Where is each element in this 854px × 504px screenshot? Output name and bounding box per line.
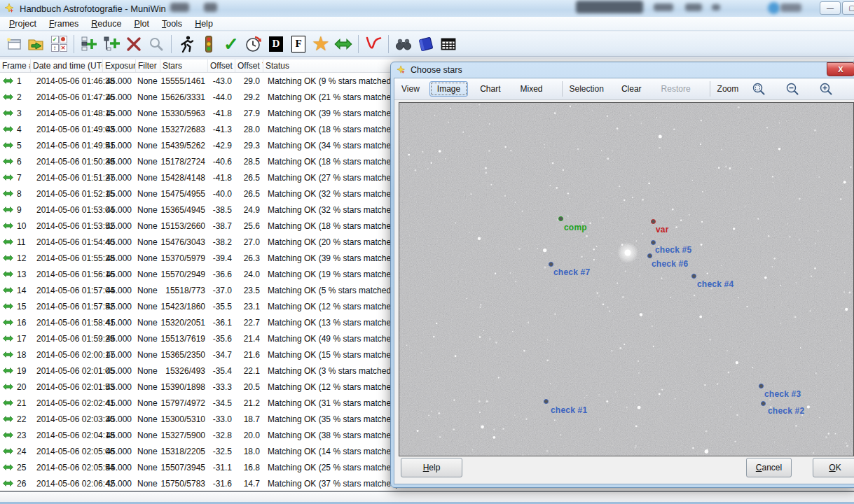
star-marker[interactable] <box>544 399 549 404</box>
light-curve-icon[interactable] <box>362 34 385 55</box>
cell-exp: 45.000 <box>103 366 136 376</box>
cell-exp: 45.000 <box>103 479 136 489</box>
cell-exp: 45.000 <box>103 398 136 408</box>
find-frame-icon[interactable] <box>145 34 167 55</box>
cell-filter: None <box>136 221 160 231</box>
maximize-button[interactable]: ▢ <box>842 1 854 15</box>
menu-item-help[interactable]: Help <box>188 18 219 30</box>
menu-item-reduce[interactable]: Reduce <box>85 18 128 30</box>
cell-filter: None <box>136 173 160 183</box>
cell-frame: 23 <box>0 430 31 440</box>
cell-oy: 22.1 <box>235 366 263 376</box>
view-chart-button[interactable]: Chart <box>472 81 508 97</box>
cell-date: 2014-05-06 01:58:41 <box>31 318 103 328</box>
menu-item-project[interactable]: Project <box>3 18 43 30</box>
star-field-image[interactable]: compvarcheck #5check #6check #7check #4c… <box>399 102 854 456</box>
view-image-button[interactable]: Image <box>429 81 468 97</box>
cell-oy: 23.5 <box>235 286 263 295</box>
cell-frame: 14 <box>0 286 31 295</box>
cell-date: 2014-05-06 01:49:51 <box>31 141 103 150</box>
star-marker[interactable] <box>549 262 553 267</box>
cell-frame: 13 <box>0 270 31 279</box>
manual-icon[interactable] <box>415 34 437 55</box>
project-settings-icon[interactable]: ✓ ↕ ✕ <box>48 34 70 55</box>
censored-region <box>780 4 801 12</box>
table-icon[interactable] <box>437 34 460 55</box>
cell-stars: 15365/2350 <box>160 350 208 360</box>
cell-exp: 45.000 <box>103 205 136 215</box>
menu-item-frames[interactable]: Frames <box>43 18 85 30</box>
cell-oy: 14.7 <box>235 479 263 489</box>
column-header[interactable]: Filter <box>136 59 160 72</box>
column-header[interactable]: Date and time (UTC) <box>31 59 103 72</box>
star-label-check-6: check #6 <box>652 259 688 269</box>
cell-stars: 15370/5979 <box>160 253 208 263</box>
time-correction-icon[interactable] <box>242 34 265 55</box>
find-variables-icon[interactable] <box>392 34 415 55</box>
cell-frame: 5 <box>0 141 31 150</box>
column-header[interactable]: Frame # <box>0 59 31 72</box>
matched-arrow-icon <box>3 238 13 246</box>
cell-ox: -40.0 <box>208 189 235 199</box>
cell-frame: 15 <box>0 302 31 312</box>
zoom-in-icon[interactable] <box>815 80 836 98</box>
star-label-check-3: check #3 <box>764 389 801 399</box>
column-header[interactable]: Stars <box>160 59 208 72</box>
process-icon[interactable] <box>198 34 220 55</box>
cell-ox: -38.7 <box>208 221 235 231</box>
cell-frame: 8 <box>0 189 31 199</box>
menu-item-tools[interactable]: Tools <box>156 18 188 30</box>
censored-region <box>170 3 189 12</box>
cell-exp: 45.000 <box>103 157 136 167</box>
cell-date: 2014-05-06 01:47:26 <box>31 92 103 102</box>
column-header[interactable]: Offset X <box>208 59 235 72</box>
selection-clear-button[interactable]: Clear <box>614 81 649 97</box>
matched-arrow-icon <box>3 141 13 149</box>
column-header[interactable]: Offset Y <box>235 59 263 72</box>
express-reduction-icon[interactable] <box>175 34 198 55</box>
close-icon[interactable]: X <box>827 62 854 76</box>
star-marker[interactable] <box>651 240 656 245</box>
star-label-comp: comp <box>564 223 587 232</box>
add-filelist-icon[interactable] <box>100 34 123 55</box>
star-label-check-5: check #5 <box>655 245 691 255</box>
cell-frame: 19 <box>0 366 31 376</box>
remove-frames-icon[interactable] <box>123 34 145 55</box>
cell-ox: -35.6 <box>208 334 235 344</box>
toolbar-separator <box>710 81 710 97</box>
window-title: Handbuch Astrofotografie - MuniWin <box>20 4 166 14</box>
matched-arrow-icon <box>3 125 13 133</box>
star-marker[interactable] <box>558 216 563 221</box>
match-stars-icon[interactable] <box>332 34 354 55</box>
zoom-out-icon[interactable] <box>782 80 803 98</box>
flat-frame-icon[interactable]: F <box>287 34 310 55</box>
checkmark-icon[interactable]: ✓ <box>220 34 242 55</box>
cell-stars: 15390/1898 <box>160 382 208 392</box>
cancel-button[interactable]: Cancel <box>746 458 792 477</box>
dark-frame-icon[interactable]: D <box>265 34 287 55</box>
cell-frame: 18 <box>0 350 31 360</box>
star-marker[interactable] <box>651 219 656 224</box>
cell-oy: 24.0 <box>235 270 263 279</box>
column-header[interactable]: Exposure <box>103 59 136 72</box>
horizontal-scrollbar[interactable] <box>0 491 854 504</box>
star-marker[interactable] <box>761 401 766 406</box>
matched-arrow-icon <box>3 222 13 230</box>
ok-button[interactable]: OK <box>813 458 854 477</box>
star-marker[interactable] <box>759 384 764 388</box>
cell-stars: 15365/4945 <box>160 205 208 215</box>
cell-date: 2014-05-06 02:03:30 <box>31 414 103 424</box>
star-marker[interactable] <box>691 274 696 279</box>
star-marker[interactable] <box>647 253 652 258</box>
add-frames-icon[interactable] <box>78 34 100 55</box>
cell-ox: -36.6 <box>208 270 235 279</box>
minimize-button[interactable]: — <box>820 1 841 15</box>
new-project-icon[interactable] <box>3 34 25 55</box>
cell-filter: None <box>136 205 160 215</box>
open-project-icon[interactable] <box>25 34 48 55</box>
view-mixed-button[interactable]: Mixed <box>513 81 551 97</box>
menu-item-plot[interactable]: Plot <box>128 18 156 30</box>
zoom-fit-icon[interactable] <box>748 80 769 98</box>
choose-stars-icon[interactable]: ★ <box>310 34 332 55</box>
help-button[interactable]: Help <box>401 458 462 477</box>
